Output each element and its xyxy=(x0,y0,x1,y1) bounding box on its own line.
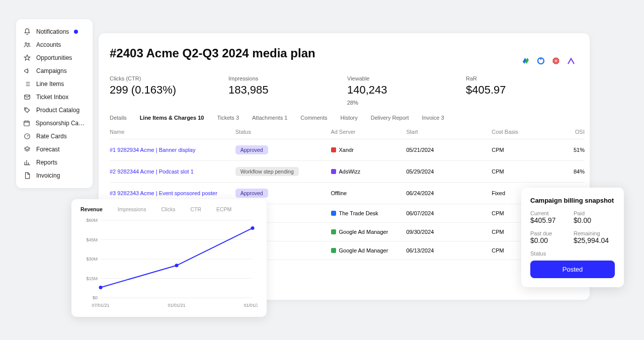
svg-text:$15M: $15M xyxy=(86,276,98,281)
sidebar: Notifications Accounts Opportunities Cam… xyxy=(16,19,93,188)
metric-label: Impressions xyxy=(228,75,347,81)
notification-dot-icon xyxy=(74,30,78,34)
metric-value: 140,243 xyxy=(347,83,466,97)
integration-icon[interactable] xyxy=(521,56,530,65)
sidebar-item-label: Invoicing xyxy=(36,172,60,179)
sidebar-item-campaigns[interactable]: Campaigns xyxy=(16,64,93,77)
sidebar-item-line-items[interactable]: Line Items xyxy=(16,77,93,91)
sidebar-item-accounts[interactable]: Accounts xyxy=(16,38,93,51)
tab-tickets[interactable]: Tickets 3 xyxy=(217,115,239,121)
metric-value: $405.97 xyxy=(466,83,585,97)
chart-tab-revenue[interactable]: Revenue xyxy=(80,206,103,212)
sidebar-item-product-catalog[interactable]: Product Catalog xyxy=(16,104,93,117)
billing-current-value: $405.97 xyxy=(530,216,572,224)
ad-server-icon xyxy=(331,147,336,152)
cell-status: Approved xyxy=(235,145,331,154)
tab-invoice[interactable]: Invoice 3 xyxy=(422,115,444,121)
status-badge: Approved xyxy=(235,189,268,198)
integration-icon[interactable] xyxy=(567,56,576,65)
sidebar-item-label: Sponsorship Cale… xyxy=(36,120,86,127)
sidebar-item-rate-cards[interactable]: Rate Cards xyxy=(16,130,93,143)
billing-current-label: Current xyxy=(530,210,572,216)
cell-name[interactable]: #3 9282343 Acme | Event sponsored poster xyxy=(110,190,235,196)
list-icon xyxy=(23,80,31,88)
chart-tab-ecpm[interactable]: ECPM xyxy=(216,206,231,212)
status-badge: Approved xyxy=(235,145,268,154)
sidebar-item-opportunities[interactable]: Opportunities xyxy=(16,51,93,64)
cell-ad-server: AdsWizz xyxy=(331,168,407,175)
cell-ad-server: Google Ad Manager xyxy=(331,247,407,253)
tab-delivery-report[interactable]: Delivery Report xyxy=(371,115,409,121)
cell-ad-server: Offline xyxy=(331,190,407,196)
sidebar-item-reports[interactable]: Reports xyxy=(16,156,93,169)
page-title: #2403 Acme Q2-Q3 2024 media plan xyxy=(110,46,585,60)
bar-chart-icon xyxy=(23,158,31,166)
integration-icon[interactable] xyxy=(551,56,560,65)
integration-icon[interactable] xyxy=(536,56,545,65)
inbox-icon xyxy=(23,93,31,101)
cell-ad-server: Xandr xyxy=(331,147,407,153)
sidebar-item-notifications[interactable]: Notifications xyxy=(16,25,93,38)
billing-snapshot-card: Campaign billing snapshot Current $405.9… xyxy=(521,188,624,287)
gauge-icon xyxy=(23,132,31,140)
billing-status-label: Status xyxy=(530,250,572,257)
sidebar-item-label: Accounts xyxy=(36,41,61,48)
cell-start: 06/24/2024 xyxy=(406,190,492,196)
tab-details[interactable]: Details xyxy=(110,115,127,121)
ad-server-name: The Trade Desk xyxy=(339,210,378,216)
metric-viewable: Viewable 140,243 28% xyxy=(347,75,466,106)
tab-comments[interactable]: Comments xyxy=(300,115,327,121)
megaphone-icon xyxy=(23,67,31,75)
ad-server-name: AdsWizz xyxy=(339,168,361,175)
col-server: Ad Server xyxy=(331,129,407,135)
tab-line-items[interactable]: Line Items & Charges 10 xyxy=(140,115,204,121)
svg-point-3 xyxy=(26,109,26,109)
billing-pastdue-label: Past due xyxy=(530,230,572,236)
calendar-icon xyxy=(23,119,31,127)
sidebar-item-label: Rate Cards xyxy=(36,133,67,140)
revenue-line-chart: $0$15M$30M$45M$60M07/01/2101/01/2101/01/… xyxy=(80,217,258,311)
col-status: Status xyxy=(235,129,331,135)
cell-start: 05/21/2024 xyxy=(406,147,492,153)
chart-tab-impressions[interactable]: Impressions xyxy=(118,206,146,212)
sidebar-item-ticket-inbox[interactable]: Ticket Inbox xyxy=(16,91,93,104)
integration-icons xyxy=(521,56,576,65)
col-start: Start xyxy=(406,129,492,135)
cell-name[interactable]: #1 9282934 Acme | Banner display xyxy=(110,147,235,153)
billing-pastdue-value: $0.00 xyxy=(530,236,572,244)
table-row: #2 9282344 Acme | Podcast slot 1Workflow… xyxy=(110,161,585,183)
people-icon xyxy=(23,41,31,49)
sidebar-item-forecast[interactable]: Forecast xyxy=(16,143,93,156)
chart-tab-clicks[interactable]: Clicks xyxy=(161,206,175,212)
cell-name[interactable]: #2 9282344 Acme | Podcast slot 1 xyxy=(110,168,235,175)
svg-text:07/01/21: 07/01/21 xyxy=(92,303,109,308)
svg-text:01/01/21: 01/01/21 xyxy=(168,303,185,308)
billing-remaining-value: $25,994.04 xyxy=(574,236,615,244)
cell-status: Workflow step pending xyxy=(235,167,331,176)
sidebar-item-label: Ticket Inbox xyxy=(36,94,68,101)
cell-cost-basis: CPM xyxy=(492,168,565,175)
metric-label: Viewable xyxy=(347,75,466,81)
cell-osi: 84% xyxy=(565,168,585,175)
bell-icon xyxy=(23,28,31,36)
svg-text:$60M: $60M xyxy=(86,218,98,223)
svg-point-21 xyxy=(99,286,103,289)
chart-tab-ctr[interactable]: CTR xyxy=(190,206,201,212)
col-cost: Cost Basis xyxy=(492,129,565,135)
svg-point-22 xyxy=(175,264,179,267)
sidebar-item-invoicing[interactable]: Invoicing xyxy=(16,169,93,182)
col-name: Name xyxy=(110,129,235,135)
ad-server-name: Xandr xyxy=(339,147,354,153)
sidebar-item-sponsorship-calendar[interactable]: Sponsorship Cale… xyxy=(16,117,93,130)
posted-button[interactable]: Posted xyxy=(530,261,615,278)
cell-cost-basis: CPM xyxy=(492,147,565,153)
svg-rect-4 xyxy=(24,121,30,126)
tab-attachments[interactable]: Attachments 1 xyxy=(252,115,287,121)
metrics-row: Clicks (CTR) 299 (0.163%) Impressions 18… xyxy=(110,75,585,106)
sidebar-item-label: Line Items xyxy=(36,80,64,88)
metric-value: 299 (0.163%) xyxy=(110,83,228,97)
billing-title: Campaign billing snapshot xyxy=(530,197,615,204)
billing-paid-label: Paid xyxy=(574,210,615,216)
tab-history[interactable]: History xyxy=(341,115,358,121)
table-row: #1 9282934 Acme | Banner displayApproved… xyxy=(110,139,585,161)
